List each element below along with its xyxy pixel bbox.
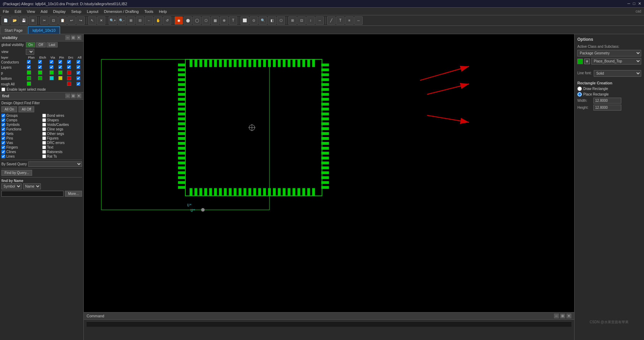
symbols-check[interactable]	[1, 123, 5, 127]
subclass-dropdown[interactable]: Place_Bound_Top	[591, 58, 641, 65]
tb-zoom-sel[interactable]: ⊟	[136, 16, 144, 25]
tb-open[interactable]: 📂	[10, 16, 19, 25]
shapes-check[interactable]	[42, 118, 46, 122]
lay-via-check[interactable]	[50, 65, 53, 69]
tb-tool2[interactable]: ⬤	[184, 16, 192, 25]
groups-check[interactable]	[1, 114, 5, 118]
tb-dim[interactable]: ↔	[354, 16, 363, 25]
lines-check[interactable]	[1, 154, 5, 158]
cline-segs-check[interactable]	[42, 127, 46, 131]
canvas-area[interactable]: U* U* Command ─ ⊞ ✕	[84, 34, 574, 340]
tab-start-page[interactable]: Start Page	[0, 27, 27, 34]
vias-check[interactable]	[1, 141, 5, 145]
lay-etch-check[interactable]	[38, 65, 42, 69]
cond-plan-check[interactable]	[27, 60, 31, 64]
vis-last-btn[interactable]: Last	[46, 42, 58, 47]
more-btn[interactable]: More...	[65, 191, 82, 197]
p-all-check[interactable]	[76, 71, 80, 75]
cond-pin-check[interactable]	[58, 60, 62, 64]
tb-tool8[interactable]: ⬜	[240, 16, 249, 25]
drc-errors-check[interactable]	[42, 141, 46, 145]
other-segs-check[interactable]	[42, 132, 46, 136]
tb-cut[interactable]: ✂	[40, 16, 49, 25]
find-close[interactable]: ✕	[76, 93, 81, 98]
minimize-btn[interactable]: ─	[628, 1, 630, 6]
tb-tool14[interactable]: ⊡	[297, 16, 306, 25]
menu-view[interactable]: View	[24, 9, 38, 14]
lay-drc-check[interactable]	[67, 65, 71, 69]
cmd-close[interactable]: ✕	[567, 313, 571, 318]
tb-saveas[interactable]: ⊞	[29, 16, 37, 25]
tb-tool13[interactable]: ⊞	[288, 16, 297, 25]
vis-float[interactable]: ⊞	[71, 35, 76, 40]
menu-tools[interactable]: Tools	[141, 9, 156, 14]
tb-pan[interactable]: ✋	[154, 16, 162, 25]
cond-all-check[interactable]	[76, 60, 80, 64]
lay-plan-check[interactable]	[27, 65, 31, 69]
tb-copy[interactable]: ⊡	[49, 16, 58, 25]
command-input[interactable]	[87, 321, 571, 327]
tb-deselect[interactable]: ✕	[97, 16, 105, 25]
tb-tool16[interactable]: ↔	[316, 16, 324, 25]
all-on-btn[interactable]: All On	[1, 106, 17, 112]
text-check[interactable]	[42, 145, 46, 149]
vis-minimize[interactable]: ─	[65, 35, 70, 40]
tb-tool11[interactable]: ◧	[268, 16, 276, 25]
tb-new[interactable]: 📄	[1, 16, 10, 25]
menu-setup[interactable]: Setup	[68, 9, 84, 14]
tb-tool9[interactable]: ⊙	[250, 16, 258, 25]
nets-check[interactable]	[1, 132, 5, 136]
tb-tool10[interactable]: 🔍	[259, 16, 267, 25]
tb-zoom-in[interactable]: 🔍+	[109, 16, 117, 25]
vis-on-btn[interactable]: On	[26, 42, 35, 47]
tb-text[interactable]: T	[336, 16, 345, 25]
cmd-minimize[interactable]: ─	[554, 313, 559, 318]
find-name-input[interactable]	[1, 191, 64, 197]
tb-save[interactable]: 💾	[20, 16, 28, 25]
tb-tool12[interactable]: ⬡	[277, 16, 285, 25]
comps-check[interactable]	[1, 118, 5, 122]
line-font-dropdown[interactable]: Solid	[594, 70, 641, 77]
enable-layer-check[interactable]	[1, 88, 5, 91]
lay-pin-check[interactable]	[58, 65, 62, 69]
class-dropdown[interactable]: Package Geometry	[577, 50, 641, 56]
view-dropdown[interactable]	[26, 49, 34, 55]
tb-zoom-prev[interactable]: ←	[145, 16, 153, 25]
bot-all-check[interactable]	[76, 76, 80, 80]
tb-tool3[interactable]: ◯	[193, 16, 201, 25]
clines-check[interactable]	[1, 150, 5, 154]
find-minimize[interactable]: ─	[65, 93, 70, 98]
height-input[interactable]: 12.8000	[593, 105, 621, 111]
pins-check[interactable]	[1, 136, 5, 140]
tb-zoom-fit[interactable]: ⊞	[127, 16, 135, 25]
tb-tool6[interactable]: ⊕	[220, 16, 228, 25]
tb-paste[interactable]: 📋	[58, 16, 67, 25]
bond-wires-check[interactable]	[42, 114, 46, 118]
saved-query-dropdown[interactable]	[28, 161, 82, 167]
fingers-check[interactable]	[1, 145, 5, 149]
tb-tool5[interactable]: ▦	[211, 16, 219, 25]
rat-ts-check[interactable]	[42, 154, 46, 158]
tb-select[interactable]: ↖	[88, 16, 96, 25]
menu-help[interactable]: Help	[156, 9, 170, 14]
tb-tool15[interactable]: ↕	[306, 16, 315, 25]
tb-redo[interactable]: ↪	[76, 16, 85, 25]
cond-etch-check[interactable]	[38, 60, 42, 64]
menu-file[interactable]: File	[0, 9, 12, 14]
name-dropdown[interactable]: Name	[23, 183, 41, 189]
menu-layout[interactable]: Layout	[84, 9, 101, 14]
tb-tool7[interactable]: T	[229, 16, 237, 25]
draw-rect-radio[interactable]	[577, 86, 582, 91]
find-float[interactable]: ⊞	[71, 93, 76, 98]
menu-display[interactable]: Display	[50, 9, 68, 14]
tb-tool4[interactable]: ⬡	[202, 16, 210, 25]
cond-drc-check[interactable]	[67, 60, 71, 64]
menu-edit[interactable]: Edit	[12, 9, 24, 14]
maximize-btn[interactable]: □	[633, 1, 635, 6]
tb-line[interactable]: ╱	[327, 16, 335, 25]
menu-dimension[interactable]: Dimension / Drafting	[101, 9, 142, 14]
tb-zoom-out[interactable]: 🔍-	[118, 16, 126, 25]
symbol-dropdown[interactable]: Symbol	[1, 183, 22, 189]
functions-check[interactable]	[1, 127, 5, 131]
width-input[interactable]: 12.8000	[593, 98, 621, 104]
